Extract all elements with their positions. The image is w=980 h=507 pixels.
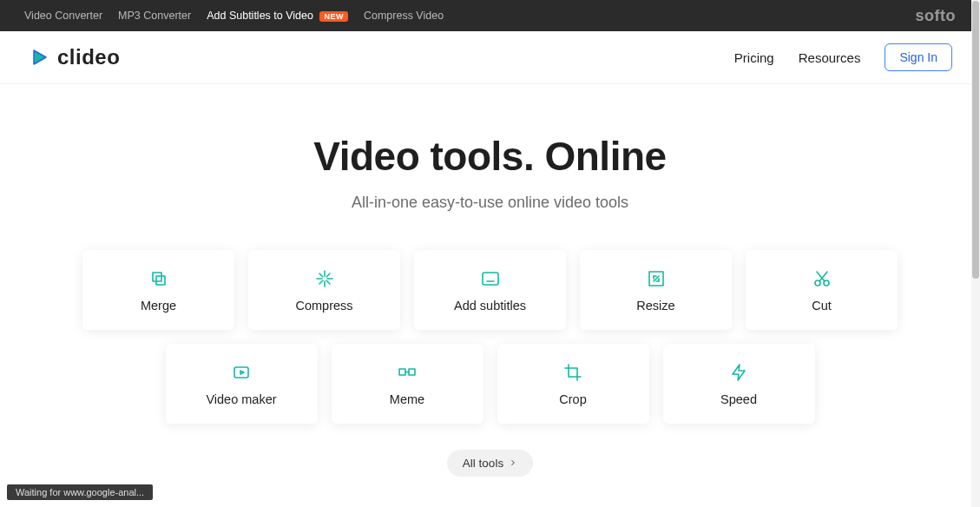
nav-resources[interactable]: Resources [799, 50, 861, 65]
subtitles-icon [479, 267, 502, 290]
svg-rect-2 [483, 273, 498, 285]
tool-label: Cut [812, 299, 832, 313]
tool-card-subtitles[interactable]: Add subtitles [414, 250, 566, 330]
tool-label: Meme [390, 392, 424, 406]
crop-icon [562, 361, 584, 384]
topbar-link-video-converter[interactable]: Video Converter [24, 10, 102, 22]
site-header: clideo Pricing Resources Sign In [0, 31, 980, 84]
svg-rect-12 [409, 369, 415, 375]
tool-label: Video maker [206, 392, 276, 406]
tool-label: Merge [141, 299, 176, 313]
svg-marker-14 [733, 365, 745, 380]
tool-card-meme[interactable]: Meme [332, 344, 483, 424]
svg-rect-9 [234, 367, 248, 378]
tool-label: Speed [720, 392, 757, 406]
tool-label: Crop [559, 392, 586, 406]
tool-card-crop[interactable]: Crop [497, 344, 649, 424]
resize-icon [645, 267, 668, 290]
tool-card-compress[interactable]: Compress [248, 250, 400, 330]
page-title: Video tools. Online [17, 133, 963, 180]
logo-text: clideo [57, 45, 120, 69]
topbar-link-mp3-converter[interactable]: MP3 Converter [118, 10, 191, 22]
logo[interactable]: clideo [28, 45, 120, 69]
signin-button[interactable]: Sign In [885, 43, 952, 71]
tools-grid: Merge Compress Add subtitles Resize Cut [82, 250, 898, 424]
tool-card-videomaker[interactable]: Video maker [166, 344, 318, 424]
speed-icon [727, 361, 750, 384]
hero: Video tools. Online All-in-one easy-to-u… [0, 84, 980, 221]
tools-row-1: Merge Compress Add subtitles Resize Cut [82, 250, 898, 330]
topbar-link-add-subtitles-label: Add Subtitles to Video [207, 10, 313, 22]
tool-label: Compress [295, 299, 352, 313]
tool-label: Add subtitles [454, 299, 526, 313]
svg-marker-10 [240, 371, 244, 374]
topbar-link-add-subtitles[interactable]: Add Subtitles to Video NEW [207, 10, 348, 22]
scrollbar-thumb[interactable] [972, 1, 979, 279]
new-badge: NEW [319, 11, 348, 22]
nav-pricing[interactable]: Pricing [734, 50, 774, 65]
svg-rect-0 [153, 273, 161, 281]
merge-icon [148, 267, 170, 290]
vertical-scrollbar[interactable] [971, 0, 980, 507]
cut-icon [811, 267, 833, 290]
all-tools-button[interactable]: All tools [447, 450, 533, 477]
tool-label: Resize [636, 299, 674, 313]
all-tools-label: All tools [463, 457, 503, 470]
tool-card-merge[interactable]: Merge [82, 250, 234, 330]
browser-status-bar: Waiting for www.google-anal... [7, 484, 153, 500]
play-logo-icon [28, 46, 50, 69]
videomaker-icon [230, 361, 253, 384]
tools-row-2: Video maker Meme Crop Speed [82, 344, 898, 424]
compress-icon [313, 267, 336, 290]
softo-brand[interactable]: softo [916, 7, 957, 25]
tool-card-resize[interactable]: Resize [580, 250, 732, 330]
tool-card-speed[interactable]: Speed [663, 344, 815, 424]
topbar-link-compress-video[interactable]: Compress Video [364, 10, 444, 22]
svg-rect-11 [399, 369, 405, 375]
page-subtitle: All-in-one easy-to-use online video tool… [17, 194, 963, 212]
svg-rect-1 [156, 276, 165, 285]
chevron-right-icon [509, 457, 517, 470]
meme-icon [396, 361, 418, 384]
tool-card-cut[interactable]: Cut [746, 250, 898, 330]
top-network-bar: Video Converter MP3 Converter Add Subtit… [0, 0, 980, 31]
